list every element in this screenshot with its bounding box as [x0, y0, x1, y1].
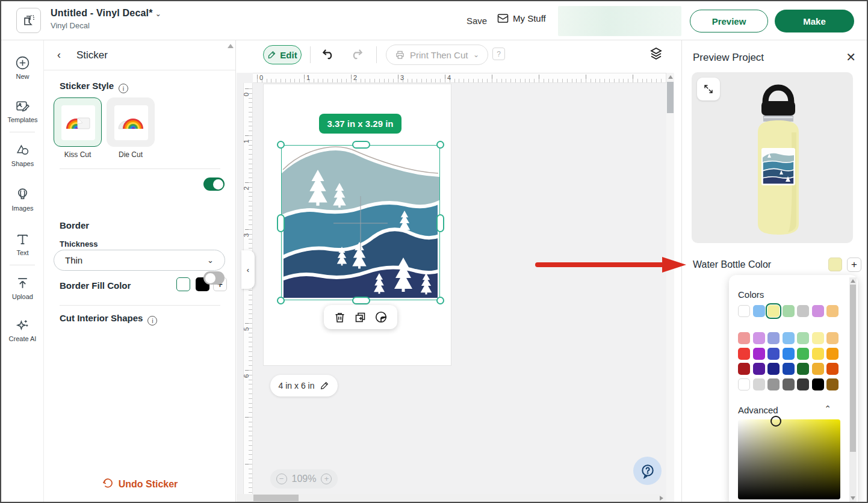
sidebar-item-templates[interactable]: Templates — [1, 92, 44, 128]
color-swatch[interactable] — [738, 378, 750, 390]
chevron-up-icon[interactable]: ⌃ — [824, 404, 831, 413]
color-swatch[interactable] — [753, 363, 765, 375]
color-swatch[interactable] — [797, 305, 809, 317]
resize-handle-s[interactable] — [352, 297, 370, 304]
scroll-thumb[interactable] — [850, 285, 856, 452]
selected-bottle-color-swatch[interactable] — [828, 258, 842, 271]
color-swatch[interactable] — [753, 332, 765, 344]
scroll-right-arrow[interactable] — [660, 496, 663, 501]
color-swatch[interactable] — [738, 348, 750, 360]
canvas-home-icon[interactable] — [16, 8, 41, 33]
mountain-sticker-image[interactable] — [282, 146, 439, 300]
duplicate-button[interactable] — [354, 311, 367, 324]
color-swatch[interactable] — [783, 332, 795, 344]
help-tooltip-button[interactable]: ? — [492, 48, 505, 60]
color-swatch[interactable] — [783, 305, 795, 317]
scroll-thumb[interactable] — [253, 495, 299, 501]
color-swatch[interactable] — [826, 348, 839, 360]
color-swatch[interactable] — [783, 348, 795, 360]
color-swatch[interactable] — [738, 332, 750, 344]
expand-preview-button[interactable] — [697, 78, 720, 100]
delete-button[interactable] — [333, 311, 346, 324]
border-fill-swatch-white[interactable] — [176, 277, 190, 291]
mat-size-button[interactable]: 4 in x 6 in — [270, 375, 338, 397]
style-die-cut[interactable] — [107, 97, 155, 147]
cut-interior-toggle[interactable] — [203, 271, 225, 285]
color-swatch[interactable] — [797, 348, 809, 360]
color-swatch[interactable] — [797, 363, 809, 375]
color-swatch[interactable] — [753, 348, 765, 360]
resize-handle-nw[interactable] — [277, 141, 285, 149]
color-swatch[interactable] — [812, 348, 824, 360]
color-swatch[interactable] — [753, 305, 765, 317]
color-swatch[interactable] — [826, 332, 839, 344]
color-swatch[interactable] — [797, 378, 809, 390]
advanced-gradient-picker[interactable] — [738, 419, 840, 499]
color-swatch[interactable] — [826, 378, 839, 390]
print-then-cut-dropdown[interactable]: Print Then Cut ⌄ — [386, 45, 488, 65]
ruler-number: 3 — [243, 233, 250, 237]
undo-sticker-button[interactable]: Undo Sticker — [44, 478, 235, 490]
resize-handle-ne[interactable] — [436, 141, 444, 149]
scroll-up-arrow[interactable] — [668, 75, 673, 79]
panel-scroll-up-arrow[interactable] — [228, 44, 234, 48]
info-icon[interactable]: i — [119, 84, 128, 93]
save-button[interactable]: Save — [467, 16, 487, 26]
help-button[interactable] — [633, 457, 662, 485]
resize-handle-se[interactable] — [436, 297, 444, 304]
color-swatch[interactable] — [812, 332, 824, 344]
back-chevron-icon[interactable]: ‹ — [57, 49, 61, 61]
resize-handle-e[interactable] — [436, 214, 444, 232]
edit-button[interactable]: Edit — [263, 45, 302, 64]
sidebar-item-text[interactable]: Text — [1, 225, 44, 261]
info-icon[interactable]: i — [147, 316, 157, 326]
close-icon[interactable]: ✕ — [846, 50, 856, 64]
color-swatch[interactable] — [812, 305, 824, 317]
scroll-down-arrow[interactable] — [851, 496, 855, 500]
my-stuff-button[interactable]: My Stuff — [497, 13, 546, 23]
color-swatch[interactable] — [738, 363, 750, 375]
sidebar-item-shapes[interactable]: Shapes — [1, 136, 44, 172]
sidebar-item-create-ai[interactable]: Create AI — [1, 311, 44, 347]
zoom-in-button[interactable]: + — [321, 474, 332, 484]
color-swatch[interactable] — [738, 305, 750, 317]
color-swatch[interactable] — [767, 378, 780, 390]
redo-button[interactable] — [349, 46, 364, 64]
color-swatch[interactable] — [826, 305, 839, 317]
resize-handle-sw[interactable] — [277, 297, 285, 304]
scroll-thumb[interactable] — [667, 82, 674, 113]
color-swatch[interactable] — [826, 363, 839, 375]
color-swatch[interactable] — [797, 332, 809, 344]
thickness-dropdown[interactable]: Thin ⌄ — [54, 250, 225, 271]
vertical-scrollbar[interactable] — [666, 73, 674, 503]
color-swatch[interactable] — [783, 363, 795, 375]
sticker-options-button[interactable] — [374, 310, 388, 324]
project-title[interactable]: Untitled - Vinyl Decal*⌄ — [51, 8, 161, 19]
style-kiss-cut[interactable] — [54, 97, 102, 147]
resize-handle-n[interactable] — [352, 141, 370, 149]
scroll-up-arrow[interactable] — [851, 279, 855, 283]
preview-button[interactable]: Preview — [690, 10, 768, 32]
sidebar-item-upload[interactable]: Upload — [1, 269, 44, 305]
zoom-out-button[interactable]: − — [276, 474, 287, 484]
add-bottle-color-button[interactable]: + — [847, 258, 861, 272]
layers-icon[interactable] — [649, 46, 663, 63]
popover-scrollbar[interactable] — [849, 277, 857, 502]
undo-button[interactable] — [321, 46, 336, 64]
sidebar-item-new[interactable]: New — [1, 49, 44, 85]
color-swatch[interactable] — [767, 305, 780, 317]
resize-handle-w[interactable] — [277, 214, 285, 232]
horizontal-scrollbar[interactable] — [237, 494, 665, 502]
color-swatch[interactable] — [767, 332, 780, 344]
gradient-cursor[interactable] — [770, 416, 781, 427]
color-swatch[interactable] — [767, 363, 780, 375]
border-toggle[interactable] — [203, 177, 225, 191]
color-swatch[interactable] — [767, 348, 780, 360]
color-swatch[interactable] — [783, 378, 795, 390]
make-button[interactable]: Make — [775, 10, 854, 32]
color-swatch[interactable] — [812, 363, 824, 375]
color-swatch[interactable] — [753, 378, 765, 390]
sidebar-item-images[interactable]: Images — [1, 181, 44, 217]
collapse-panel-tab[interactable]: ‹ — [241, 250, 255, 289]
color-swatch[interactable] — [812, 378, 824, 390]
